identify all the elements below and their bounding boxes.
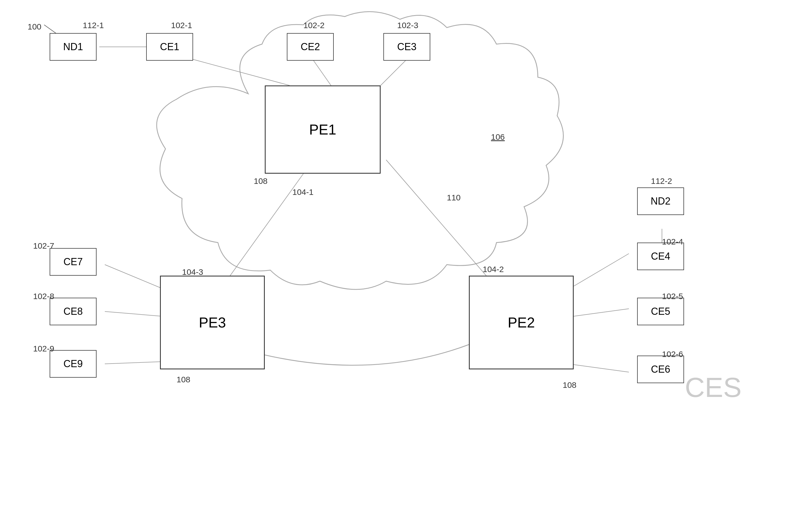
ce3-box: CE3 — [383, 33, 430, 61]
line-ce3-pe1 — [381, 58, 408, 86]
ref-100: 100 — [27, 22, 41, 32]
line-ce5-pe2 — [568, 309, 629, 317]
ce9-ref: 102-9 — [33, 344, 54, 354]
ref-104-1: 104-1 — [292, 187, 314, 197]
ce6-label: CE6 — [651, 364, 670, 375]
ce1-box: CE1 — [146, 33, 193, 61]
ref-108a: 108 — [254, 176, 267, 186]
ref-106: 106 — [491, 132, 505, 142]
ce8-ref: 102-8 — [33, 292, 54, 301]
nd2-box: ND2 — [637, 187, 684, 215]
ce1-label: CE1 — [160, 41, 179, 53]
ce5-ref: 102-5 — [662, 292, 683, 301]
ce6-ref: 102-6 — [662, 349, 683, 359]
line-pe1-pe2 — [386, 160, 491, 281]
ce9-box: CE9 — [50, 350, 96, 378]
ces-watermark: CES — [685, 372, 742, 403]
nd1-box: ND1 — [50, 33, 96, 61]
ce5-label: CE5 — [651, 306, 670, 317]
nd1-ref: 112-1 — [83, 21, 104, 30]
pe2-label: PE2 — [508, 314, 535, 331]
line-ce4-pe2 — [568, 253, 629, 289]
pe1-label: PE1 — [309, 121, 336, 138]
ce4-label: CE4 — [651, 251, 670, 262]
ce4-box: CE4 — [637, 243, 684, 270]
ce8-box: CE8 — [50, 298, 96, 325]
ce7-ref: 102-7 — [33, 241, 54, 251]
pe3-label: PE3 — [199, 314, 226, 331]
line-pe1-pe3 — [226, 174, 303, 281]
diagram-container: 100 ND1 112-1 CE1 102-1 CE2 102-2 CE3 10… — [0, 0, 796, 532]
nd1-label: ND1 — [63, 41, 83, 53]
ce3-ref: 102-3 — [397, 21, 419, 30]
ce4-ref: 102-4 — [662, 237, 683, 246]
ce8-label: CE8 — [63, 306, 83, 317]
ce2-label: CE2 — [301, 41, 320, 53]
line-ce2-pe1 — [312, 58, 331, 86]
pe2-box: PE2 — [469, 276, 574, 369]
ref-104-3: 104-3 — [182, 267, 203, 277]
ref-108c: 108 — [563, 380, 576, 390]
nd2-ref: 112-2 — [651, 176, 672, 186]
line-ce1-pe1 — [188, 58, 290, 86]
ref-110: 110 — [447, 193, 461, 202]
pe1-box: PE1 — [265, 86, 381, 174]
ce7-box: CE7 — [50, 248, 96, 276]
ce2-box: CE2 — [287, 33, 334, 61]
ref-108b: 108 — [177, 375, 190, 384]
ce7-label: CE7 — [63, 256, 83, 268]
ref-104-2: 104-2 — [483, 265, 504, 274]
ce1-ref: 102-1 — [171, 21, 192, 30]
ce2-ref: 102-2 — [303, 21, 325, 30]
nd2-label: ND2 — [651, 195, 670, 207]
ce3-label: CE3 — [397, 41, 416, 53]
line-ce6-pe2 — [568, 364, 629, 372]
pe3-box: PE3 — [160, 276, 265, 369]
ce9-label: CE9 — [63, 358, 83, 369]
ce5-box: CE5 — [637, 298, 684, 325]
ce6-box: CE6 — [637, 356, 684, 383]
